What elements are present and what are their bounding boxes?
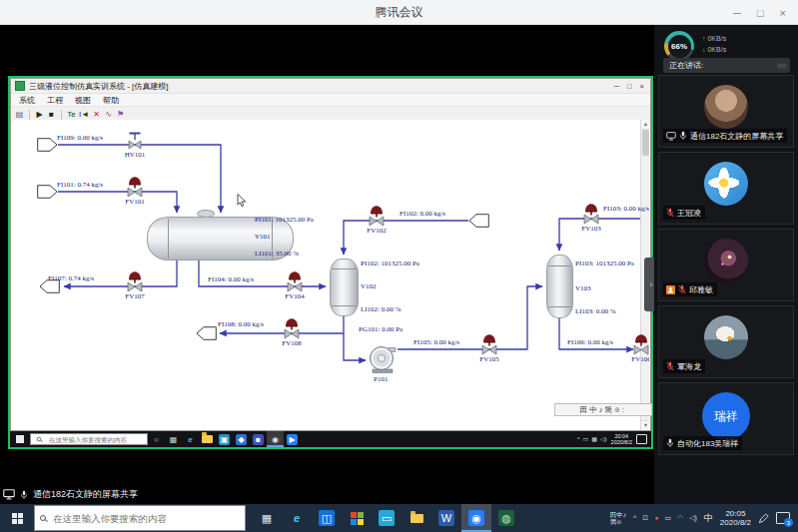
taskbar-app-file-explorer[interactable] bbox=[401, 504, 431, 532]
avatar bbox=[704, 162, 748, 206]
shared-search-input[interactable] bbox=[47, 435, 147, 444]
diagram-label: P101 bbox=[374, 375, 388, 383]
host-clock[interactable]: 20:05 2020/8/2 bbox=[720, 509, 751, 528]
participant-tile[interactable]: 通信182石文静的屏幕共享 bbox=[658, 75, 794, 148]
taskbar-app-tencent-meeting[interactable]: ◉ bbox=[461, 504, 491, 532]
menu-item[interactable]: 帮助 bbox=[97, 95, 125, 106]
diagram-label: PI102: 101325.00 Pa bbox=[361, 260, 419, 267]
taskbar-app-mail[interactable]: ▭ bbox=[372, 504, 401, 532]
taskbar-app-photos[interactable]: ▣ bbox=[216, 431, 233, 447]
scada-minimize-icon[interactable]: ─ bbox=[614, 82, 619, 91]
keyboard-icon[interactable]: ▦ bbox=[591, 435, 597, 443]
taskbar-app-edge[interactable]: e bbox=[282, 504, 312, 532]
host-start-button[interactable] bbox=[0, 504, 34, 532]
pump-P101[interactable] bbox=[368, 344, 398, 379]
shared-ime-bar[interactable]: 田中♪简⊙: bbox=[554, 403, 652, 416]
vessel-V103[interactable] bbox=[546, 255, 573, 318]
battery-icon[interactable]: ▭ bbox=[583, 435, 589, 443]
taskbar-app-file-explorer[interactable] bbox=[199, 431, 216, 447]
taskbar-app-tencent-meeting[interactable]: ▶ bbox=[284, 431, 301, 447]
open-icon[interactable]: ⚑ bbox=[116, 109, 125, 121]
text-tool-icon[interactable]: Te bbox=[67, 109, 76, 121]
step-tool-icon[interactable]: I◄ bbox=[79, 109, 89, 121]
vessel-V102[interactable] bbox=[330, 259, 359, 316]
diagram-label: FI103: 0.00 kg/s bbox=[603, 205, 649, 213]
caret-up-icon[interactable]: ^ bbox=[577, 435, 580, 443]
meeting-window-title: 腾讯会议 bbox=[0, 0, 798, 25]
share-status-banner: 通信182石文静的屏幕共享 bbox=[3, 486, 138, 503]
file-explorer-icon bbox=[410, 514, 423, 523]
recorder-dot-icon[interactable]: ● bbox=[654, 514, 658, 522]
scroll-down-icon[interactable]: ▼ bbox=[641, 420, 649, 430]
participant-tile[interactable]: 邱雅敏 bbox=[658, 229, 794, 301]
diagram-label: FI106: 0.00 kg/s bbox=[567, 338, 613, 346]
app-blue-1-icon: ◆ bbox=[236, 434, 247, 445]
minimize-icon[interactable]: ─ bbox=[733, 7, 741, 19]
taskbar-app-word[interactable]: W bbox=[431, 504, 461, 532]
taskbar-app-task-view[interactable]: ▦ bbox=[165, 431, 182, 447]
scroll-up-icon[interactable]: ▲ bbox=[641, 120, 649, 130]
menu-item[interactable]: 工程 bbox=[41, 95, 69, 106]
ime-language-indicator[interactable]: 中 bbox=[704, 512, 713, 525]
scada-close-icon[interactable]: × bbox=[640, 82, 644, 91]
equipment-label: FV107 bbox=[121, 292, 149, 300]
volume-icon[interactable]: ◁) bbox=[689, 514, 697, 522]
ime-toolbar[interactable]: 田中♪ 简⊙ bbox=[610, 511, 626, 526]
host-search-input[interactable] bbox=[51, 512, 245, 525]
taskbar-app-edge[interactable]: e bbox=[182, 431, 199, 447]
menu-item[interactable]: 视图 bbox=[69, 95, 97, 106]
diagram-label: FI105: 0.00 kg/s bbox=[413, 338, 459, 346]
shared-search-box[interactable] bbox=[30, 433, 148, 445]
battery-icon[interactable]: ▭ bbox=[664, 514, 671, 522]
taskbar-app-cortana[interactable]: ○ bbox=[148, 431, 165, 447]
participant-name: 自动化183吴瑞祥 bbox=[677, 438, 738, 449]
network-icon[interactable]: ◠ bbox=[677, 514, 683, 522]
scrollbar-thumb[interactable] bbox=[642, 130, 649, 156]
menu-item[interactable]: 系统 bbox=[13, 95, 41, 106]
participant-tile[interactable]: 王冠凌 bbox=[658, 152, 794, 225]
participant-label: 王冠凌 bbox=[663, 206, 705, 220]
taskbar-app-app-blue-1[interactable]: ◆ bbox=[233, 431, 250, 447]
taskbar-app-browser-globe[interactable]: ◍ bbox=[491, 504, 521, 532]
tencent-meeting-icon: ◉ bbox=[468, 510, 484, 526]
close-icon[interactable]: × bbox=[780, 7, 786, 19]
mic-icon bbox=[20, 490, 28, 500]
diagram-label: FI109: 0.00 kg/s bbox=[57, 134, 103, 142]
screen-share-icon bbox=[666, 132, 676, 141]
search-icon bbox=[39, 514, 47, 522]
mic-muted-icon bbox=[666, 208, 674, 218]
taskbar-app-app-blue-2[interactable]: ■ bbox=[250, 431, 267, 447]
trend-icon[interactable]: ∿ bbox=[104, 109, 113, 121]
taskbar-app-store[interactable]: ◫ bbox=[312, 504, 342, 532]
word-icon: W bbox=[438, 510, 454, 526]
shared-clock[interactable]: 20:04 2020/8/2 bbox=[611, 433, 632, 446]
volume-icon[interactable]: ◁) bbox=[600, 435, 607, 443]
shared-screen-region: 三级液位控制仿真实训系统 - [仿真建模] ─ □ × 系统工程视图帮助 ▤▶■… bbox=[8, 76, 653, 449]
maximize-icon[interactable]: □ bbox=[757, 7, 764, 19]
scada-maximize-icon[interactable]: □ bbox=[627, 82, 632, 91]
pen-icon[interactable] bbox=[758, 513, 769, 524]
participant-tile[interactable]: 覃海龙 bbox=[658, 305, 794, 378]
participant-tile[interactable]: 瑞祥自动化183吴瑞祥 bbox=[658, 382, 794, 455]
run-icon[interactable]: ▶ bbox=[35, 109, 44, 121]
diagram-label: V103 bbox=[575, 284, 591, 292]
diagram-label: PI103: 101325.00 Pa bbox=[575, 260, 634, 267]
host-search-box[interactable] bbox=[34, 505, 246, 531]
taskbar-app-task-view[interactable]: ▦ bbox=[252, 504, 282, 532]
cut-icon[interactable]: ✕ bbox=[92, 109, 101, 121]
stop-icon[interactable]: ■ bbox=[47, 109, 56, 121]
participant-name: 覃海龙 bbox=[677, 361, 701, 372]
speaking-label: 正在讲话: bbox=[669, 60, 703, 71]
shared-start-button[interactable] bbox=[10, 431, 30, 447]
screenshot-icon[interactable]: ⊡ bbox=[642, 514, 648, 522]
shared-notification-icon[interactable] bbox=[636, 434, 647, 444]
equipment-label: FV102 bbox=[363, 227, 391, 235]
participant-label: 自动化183吴瑞祥 bbox=[663, 436, 742, 450]
task-view-icon: ▦ bbox=[259, 510, 275, 526]
caret-up-icon[interactable]: ^ bbox=[633, 514, 636, 522]
taskbar-app-recorder[interactable]: ◉ bbox=[267, 431, 284, 447]
notification-center-icon[interactable]: 3 bbox=[776, 512, 790, 524]
taskbar-app-office-hub[interactable] bbox=[342, 504, 372, 532]
save-icon[interactable]: ▤ bbox=[15, 109, 24, 121]
task-view-icon: ▦ bbox=[168, 434, 179, 445]
